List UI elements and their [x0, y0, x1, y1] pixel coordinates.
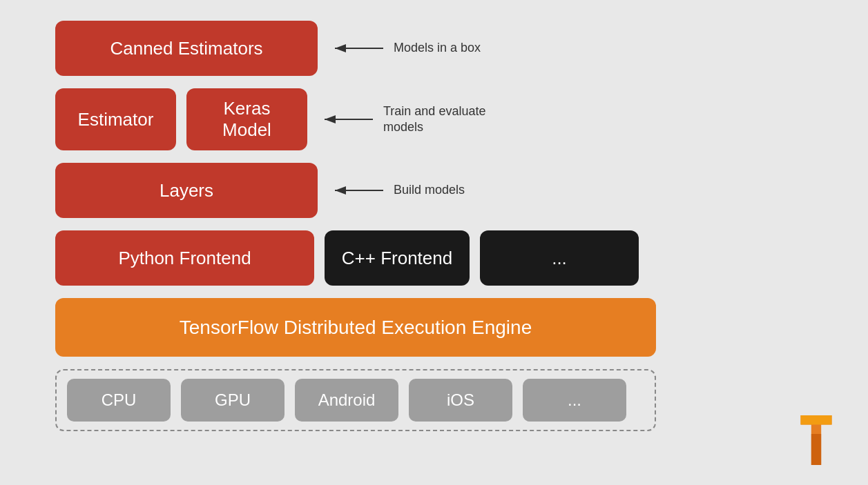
python-frontend-label: Python Frontend	[118, 248, 251, 269]
annotation-text-3: Build models	[394, 182, 465, 198]
other-frontend-label: ...	[552, 248, 567, 269]
arrow-1	[331, 38, 387, 59]
layers-box: Layers	[55, 163, 318, 218]
row-execution-engine: TensorFlow Distributed Execution Engine	[55, 298, 732, 357]
annotation-layers: Build models	[331, 180, 465, 201]
cpu-label: CPU	[102, 390, 137, 410]
ios-box: iOS	[409, 379, 512, 422]
arrow-2	[321, 109, 376, 130]
annotation-text-1: Models in a box	[394, 40, 481, 56]
other-hardware-label: ...	[568, 390, 581, 410]
gpu-box: GPU	[181, 379, 284, 422]
row-canned-estimators: Canned Estimators Models in a box	[55, 21, 732, 76]
keras-model-label: KerasModel	[222, 98, 271, 141]
arrow-svg-1	[331, 38, 387, 59]
canned-estimators-label: Canned Estimators	[110, 38, 262, 59]
row-estimator-keras: Estimator KerasModel Train and evaluatem…	[55, 88, 732, 150]
execution-engine-box: TensorFlow Distributed Execution Engine	[55, 298, 656, 357]
python-frontend-box: Python Frontend	[55, 230, 314, 286]
row-layers: Layers Build models	[55, 163, 732, 218]
estimator-label: Estimator	[78, 109, 154, 130]
cpp-frontend-box: C++ Frontend	[325, 230, 470, 286]
annotation-text-2: Train and evaluatemodels	[383, 103, 485, 136]
arrow-3	[331, 180, 387, 201]
android-box: Android	[295, 379, 398, 422]
canned-estimators-box: Canned Estimators	[55, 21, 318, 76]
gpu-label: GPU	[215, 390, 251, 410]
tf-logo-svg	[785, 409, 847, 471]
cpu-box: CPU	[67, 379, 171, 422]
keras-model-box: KerasModel	[186, 88, 307, 150]
ios-label: iOS	[447, 390, 474, 410]
hardware-container: CPU GPU Android iOS ...	[55, 369, 656, 431]
cpp-frontend-label: C++ Frontend	[342, 248, 452, 269]
arrow-svg-3	[331, 180, 387, 201]
estimator-box: Estimator	[55, 88, 176, 150]
row-hardware: CPU GPU Android iOS ...	[55, 369, 732, 431]
android-label: Android	[318, 390, 376, 410]
other-frontend-box: ...	[480, 230, 639, 286]
arrow-svg-2	[321, 109, 376, 130]
execution-engine-label: TensorFlow Distributed Execution Engine	[180, 317, 532, 339]
annotation-estimator-keras: Train and evaluatemodels	[321, 103, 485, 136]
other-hardware-box: ...	[523, 379, 626, 422]
layers-label: Layers	[160, 180, 213, 201]
tensorflow-logo	[785, 409, 847, 471]
row-frontends: Python Frontend C++ Frontend ...	[55, 230, 732, 286]
annotation-canned-estimators: Models in a box	[331, 38, 481, 59]
